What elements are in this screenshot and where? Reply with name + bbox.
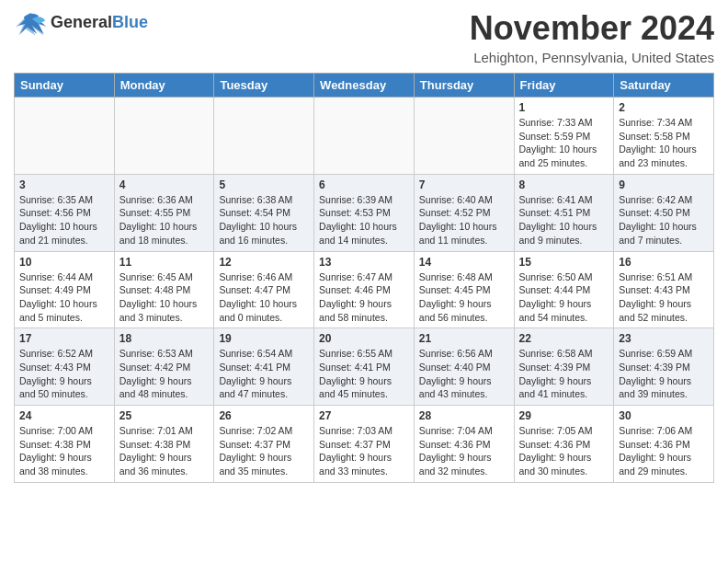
day-number: 7 [419, 178, 509, 191]
day-info: Sunrise: 6:46 AM Sunset: 4:47 PM Dayligh… [219, 270, 309, 325]
table-row: 1Sunrise: 7:33 AM Sunset: 5:59 PM Daylig… [514, 98, 614, 175]
header-monday: Monday [114, 74, 214, 98]
day-number: 27 [319, 409, 409, 422]
day-number: 20 [319, 332, 409, 345]
day-info: Sunrise: 6:35 AM Sunset: 4:56 PM Dayligh… [19, 193, 109, 247]
day-number: 26 [219, 409, 309, 422]
day-number: 9 [619, 178, 709, 191]
table-row: 14Sunrise: 6:48 AM Sunset: 4:45 PM Dayli… [414, 251, 514, 328]
day-info: Sunrise: 6:52 AM Sunset: 4:43 PM Dayligh… [19, 347, 109, 401]
table-row: 20Sunrise: 6:55 AM Sunset: 4:41 PM Dayli… [314, 328, 415, 406]
day-number: 21 [419, 332, 509, 345]
header-saturday: Saturday [614, 74, 714, 98]
day-number: 8 [519, 178, 609, 191]
page-container: GeneralBlue November 2024 Lehighton, Pen… [0, 0, 728, 492]
day-info: Sunrise: 7:02 AM Sunset: 4:37 PM Dayligh… [219, 424, 309, 478]
header-wednesday: Wednesday [314, 74, 415, 98]
calendar-header-row: Sunday Monday Tuesday Wednesday Thursday… [15, 74, 714, 98]
calendar-week-1: 3Sunrise: 6:35 AM Sunset: 4:56 PM Daylig… [15, 174, 714, 251]
table-row: 28Sunrise: 7:04 AM Sunset: 4:36 PM Dayli… [414, 406, 514, 483]
logo-text: GeneralBlue [51, 14, 148, 35]
day-number: 19 [219, 332, 309, 345]
location: Lehighton, Pennsylvania, United States [470, 50, 714, 65]
day-info: Sunrise: 6:41 AM Sunset: 4:51 PM Dayligh… [519, 193, 609, 247]
day-info: Sunrise: 7:34 AM Sunset: 5:58 PM Dayligh… [619, 116, 709, 170]
day-info: Sunrise: 7:33 AM Sunset: 5:59 PM Dayligh… [519, 116, 609, 170]
day-info: Sunrise: 6:44 AM Sunset: 4:49 PM Dayligh… [19, 270, 109, 325]
day-info: Sunrise: 6:50 AM Sunset: 4:44 PM Dayligh… [519, 270, 609, 325]
day-info: Sunrise: 6:45 AM Sunset: 4:48 PM Dayligh… [119, 270, 210, 325]
table-row: 22Sunrise: 6:58 AM Sunset: 4:39 PM Dayli… [514, 328, 614, 406]
calendar: Sunday Monday Tuesday Wednesday Thursday… [14, 73, 714, 483]
title-area: November 2024 Lehighton, Pennsylvania, U… [470, 9, 714, 65]
table-row: 29Sunrise: 7:05 AM Sunset: 4:36 PM Dayli… [514, 406, 614, 483]
day-number: 16 [619, 256, 709, 269]
table-row: 30Sunrise: 7:06 AM Sunset: 4:36 PM Dayli… [614, 406, 714, 483]
day-number: 11 [119, 256, 210, 269]
table-row [114, 98, 214, 175]
day-number: 15 [519, 256, 609, 269]
table-row: 2Sunrise: 7:34 AM Sunset: 5:58 PM Daylig… [614, 98, 714, 175]
day-info: Sunrise: 7:06 AM Sunset: 4:36 PM Dayligh… [619, 424, 709, 478]
table-row: 26Sunrise: 7:02 AM Sunset: 4:37 PM Dayli… [214, 406, 314, 483]
table-row: 11Sunrise: 6:45 AM Sunset: 4:48 PM Dayli… [114, 251, 214, 328]
day-info: Sunrise: 7:00 AM Sunset: 4:38 PM Dayligh… [19, 424, 109, 478]
day-number: 23 [619, 332, 709, 345]
logo: GeneralBlue [14, 9, 148, 39]
table-row [414, 98, 514, 175]
day-info: Sunrise: 6:58 AM Sunset: 4:39 PM Dayligh… [519, 347, 609, 401]
table-row [214, 98, 314, 175]
table-row: 19Sunrise: 6:54 AM Sunset: 4:41 PM Dayli… [214, 328, 314, 406]
day-number: 29 [519, 409, 609, 422]
day-number: 14 [419, 256, 509, 269]
table-row [15, 98, 115, 175]
month-title: November 2024 [470, 9, 714, 48]
day-info: Sunrise: 7:03 AM Sunset: 4:37 PM Dayligh… [319, 424, 409, 478]
day-info: Sunrise: 7:05 AM Sunset: 4:36 PM Dayligh… [519, 424, 609, 478]
table-row: 4Sunrise: 6:36 AM Sunset: 4:55 PM Daylig… [114, 174, 214, 251]
calendar-week-3: 17Sunrise: 6:52 AM Sunset: 4:43 PM Dayli… [15, 328, 714, 406]
day-info: Sunrise: 7:04 AM Sunset: 4:36 PM Dayligh… [419, 424, 509, 478]
table-row: 15Sunrise: 6:50 AM Sunset: 4:44 PM Dayli… [514, 251, 614, 328]
day-number: 18 [119, 332, 210, 345]
table-row [314, 98, 415, 175]
day-number: 17 [19, 332, 109, 345]
day-number: 24 [19, 409, 109, 422]
day-info: Sunrise: 6:47 AM Sunset: 4:46 PM Dayligh… [319, 270, 409, 325]
day-info: Sunrise: 6:51 AM Sunset: 4:43 PM Dayligh… [619, 270, 709, 325]
day-info: Sunrise: 7:01 AM Sunset: 4:38 PM Dayligh… [119, 424, 210, 478]
calendar-week-0: 1Sunrise: 7:33 AM Sunset: 5:59 PM Daylig… [15, 98, 714, 175]
table-row: 12Sunrise: 6:46 AM Sunset: 4:47 PM Dayli… [214, 251, 314, 328]
day-number: 12 [219, 256, 309, 269]
table-row: 17Sunrise: 6:52 AM Sunset: 4:43 PM Dayli… [15, 328, 115, 406]
table-row: 21Sunrise: 6:56 AM Sunset: 4:40 PM Dayli… [414, 328, 514, 406]
day-info: Sunrise: 6:39 AM Sunset: 4:53 PM Dayligh… [319, 193, 409, 247]
day-info: Sunrise: 6:38 AM Sunset: 4:54 PM Dayligh… [219, 193, 309, 247]
table-row: 25Sunrise: 7:01 AM Sunset: 4:38 PM Dayli… [114, 406, 214, 483]
table-row: 7Sunrise: 6:40 AM Sunset: 4:52 PM Daylig… [414, 174, 514, 251]
table-row: 16Sunrise: 6:51 AM Sunset: 4:43 PM Dayli… [614, 251, 714, 328]
day-number: 13 [319, 256, 409, 269]
header-sunday: Sunday [15, 74, 115, 98]
calendar-week-4: 24Sunrise: 7:00 AM Sunset: 4:38 PM Dayli… [15, 406, 714, 483]
calendar-week-2: 10Sunrise: 6:44 AM Sunset: 4:49 PM Dayli… [15, 251, 714, 328]
table-row: 8Sunrise: 6:41 AM Sunset: 4:51 PM Daylig… [514, 174, 614, 251]
day-number: 3 [19, 178, 109, 191]
day-info: Sunrise: 6:54 AM Sunset: 4:41 PM Dayligh… [219, 347, 309, 401]
day-number: 22 [519, 332, 609, 345]
table-row: 18Sunrise: 6:53 AM Sunset: 4:42 PM Dayli… [114, 328, 214, 406]
table-row: 9Sunrise: 6:42 AM Sunset: 4:50 PM Daylig… [614, 174, 714, 251]
day-number: 10 [19, 256, 109, 269]
table-row: 27Sunrise: 7:03 AM Sunset: 4:37 PM Dayli… [314, 406, 415, 483]
table-row: 23Sunrise: 6:59 AM Sunset: 4:39 PM Dayli… [614, 328, 714, 406]
day-info: Sunrise: 6:48 AM Sunset: 4:45 PM Dayligh… [419, 270, 509, 325]
day-number: 6 [319, 178, 409, 191]
day-number: 2 [619, 101, 709, 114]
table-row: 13Sunrise: 6:47 AM Sunset: 4:46 PM Dayli… [314, 251, 415, 328]
day-info: Sunrise: 6:53 AM Sunset: 4:42 PM Dayligh… [119, 347, 210, 401]
day-info: Sunrise: 6:42 AM Sunset: 4:50 PM Dayligh… [619, 193, 709, 247]
day-number: 30 [619, 409, 709, 422]
day-number: 1 [519, 101, 609, 114]
day-info: Sunrise: 6:36 AM Sunset: 4:55 PM Dayligh… [119, 193, 210, 247]
day-number: 25 [119, 409, 210, 422]
